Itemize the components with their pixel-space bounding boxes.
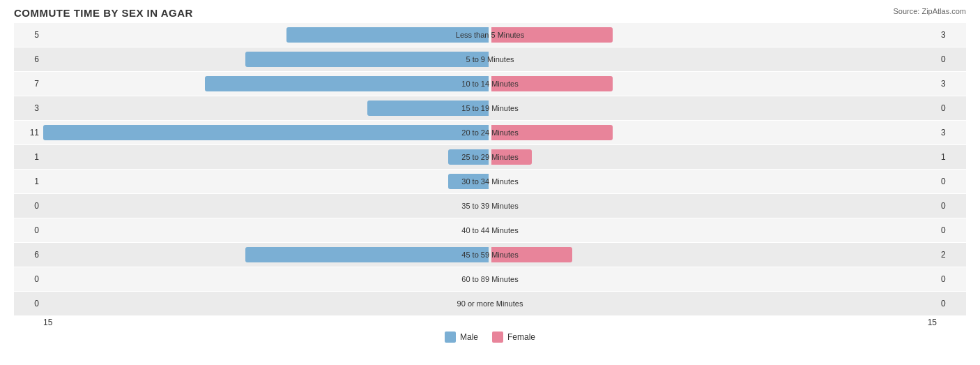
male-bar-wrap xyxy=(43,23,490,47)
bars-section: 5 to 9 Minutes xyxy=(43,47,937,71)
female-bar xyxy=(491,76,613,91)
female-value-label: 3 xyxy=(937,128,966,137)
legend-female-box xyxy=(492,332,503,343)
bars-section: 60 to 89 Minutes xyxy=(43,267,937,291)
table-row: 130 to 34 Minutes0 xyxy=(14,170,966,193)
bars-section: Less than 5 Minutes xyxy=(43,23,937,47)
male-bar xyxy=(367,100,489,116)
bars-section: 30 to 34 Minutes xyxy=(43,170,937,193)
female-bar xyxy=(491,149,532,165)
male-value-label: 0 xyxy=(14,299,43,308)
legend-male-label: Male xyxy=(460,332,478,342)
female-bar-wrap xyxy=(490,145,937,169)
table-row: 315 to 19 Minutes0 xyxy=(14,96,966,120)
male-bar xyxy=(245,52,489,67)
legend-male: Male xyxy=(445,332,478,343)
male-bar xyxy=(245,247,489,262)
table-row: 710 to 14 Minutes3 xyxy=(14,72,966,96)
male-bar xyxy=(205,76,489,91)
male-value-label: 11 xyxy=(14,128,43,137)
bars-section: 35 to 39 Minutes xyxy=(43,194,937,218)
male-bar xyxy=(448,174,489,189)
bars-section: 90 or more Minutes xyxy=(43,292,937,315)
chart-container: COMMUTE TIME BY SEX IN AGAR Source: ZipA… xyxy=(0,0,980,365)
female-value-label: 0 xyxy=(937,299,966,308)
bottom-right-label: 15 xyxy=(928,318,937,327)
female-bar xyxy=(491,27,613,43)
male-value-label: 0 xyxy=(14,201,43,211)
female-value-label: 0 xyxy=(937,177,966,186)
table-row: 65 to 9 Minutes0 xyxy=(14,47,966,71)
male-value-label: 1 xyxy=(14,152,43,162)
bars-section: 40 to 44 Minutes xyxy=(43,218,937,242)
male-bar-wrap xyxy=(43,170,490,193)
bars-section: 20 to 24 Minutes xyxy=(43,121,937,144)
male-bar xyxy=(448,149,489,165)
male-bar-wrap xyxy=(43,292,490,315)
male-bar-wrap xyxy=(43,121,490,144)
male-bar xyxy=(43,125,489,140)
legend-male-box xyxy=(445,332,456,343)
chart-title: COMMUTE TIME BY SEX IN AGAR xyxy=(14,7,966,19)
table-row: 5Less than 5 Minutes3 xyxy=(14,23,966,47)
table-row: 040 to 44 Minutes0 xyxy=(14,218,966,242)
bars-section: 15 to 19 Minutes xyxy=(43,96,937,120)
male-value-label: 7 xyxy=(14,79,43,89)
table-row: 060 to 89 Minutes0 xyxy=(14,267,966,291)
female-bar xyxy=(491,247,572,262)
table-row: 645 to 59 Minutes2 xyxy=(14,243,966,267)
male-value-label: 5 xyxy=(14,30,43,40)
table-row: 1120 to 24 Minutes3 xyxy=(14,121,966,144)
female-value-label: 0 xyxy=(937,274,966,284)
female-bar-wrap xyxy=(490,292,937,315)
female-bar xyxy=(491,125,613,140)
male-bar-wrap xyxy=(43,96,490,120)
male-value-label: 1 xyxy=(14,177,43,186)
male-value-label: 0 xyxy=(14,274,43,284)
female-bar-wrap xyxy=(490,23,937,47)
female-bar-wrap xyxy=(490,194,937,218)
legend-female-label: Female xyxy=(507,332,535,342)
table-row: 125 to 29 Minutes1 xyxy=(14,145,966,169)
female-bar-wrap xyxy=(490,47,937,71)
female-bar-wrap xyxy=(490,96,937,120)
male-bar-wrap xyxy=(43,47,490,71)
female-value-label: 2 xyxy=(937,250,966,260)
chart-area: 5Less than 5 Minutes365 to 9 Minutes0710… xyxy=(14,23,966,315)
bottom-left-label: 15 xyxy=(43,318,52,327)
bars-section: 10 to 14 Minutes xyxy=(43,72,937,96)
bars-section: 45 to 59 Minutes xyxy=(43,243,937,267)
bars-section: 25 to 29 Minutes xyxy=(43,145,937,169)
male-value-label: 6 xyxy=(14,250,43,260)
male-bar-wrap xyxy=(43,267,490,291)
table-row: 035 to 39 Minutes0 xyxy=(14,194,966,218)
male-bar-wrap xyxy=(43,145,490,169)
female-bar-wrap xyxy=(490,243,937,267)
female-value-label: 0 xyxy=(937,225,966,235)
source-text: Source: ZipAtlas.com xyxy=(893,7,966,15)
male-bar xyxy=(286,27,489,43)
female-value-label: 1 xyxy=(937,152,966,162)
legend: Male Female xyxy=(14,332,966,343)
female-value-label: 0 xyxy=(937,103,966,113)
female-value-label: 3 xyxy=(937,30,966,40)
bottom-labels: 15 15 xyxy=(14,316,966,329)
female-bar-wrap xyxy=(490,121,937,144)
male-bar-wrap xyxy=(43,218,490,242)
female-value-label: 3 xyxy=(937,79,966,89)
female-bar-wrap xyxy=(490,170,937,193)
male-value-label: 3 xyxy=(14,103,43,113)
female-bar-wrap xyxy=(490,267,937,291)
female-bar-wrap xyxy=(490,72,937,96)
female-value-label: 0 xyxy=(937,54,966,64)
male-bar-wrap xyxy=(43,243,490,267)
table-row: 090 or more Minutes0 xyxy=(14,292,966,315)
male-bar-wrap xyxy=(43,72,490,96)
female-value-label: 0 xyxy=(937,201,966,211)
male-value-label: 0 xyxy=(14,225,43,235)
male-value-label: 6 xyxy=(14,54,43,64)
female-bar-wrap xyxy=(490,218,937,242)
legend-female: Female xyxy=(492,332,535,343)
male-bar-wrap xyxy=(43,194,490,218)
